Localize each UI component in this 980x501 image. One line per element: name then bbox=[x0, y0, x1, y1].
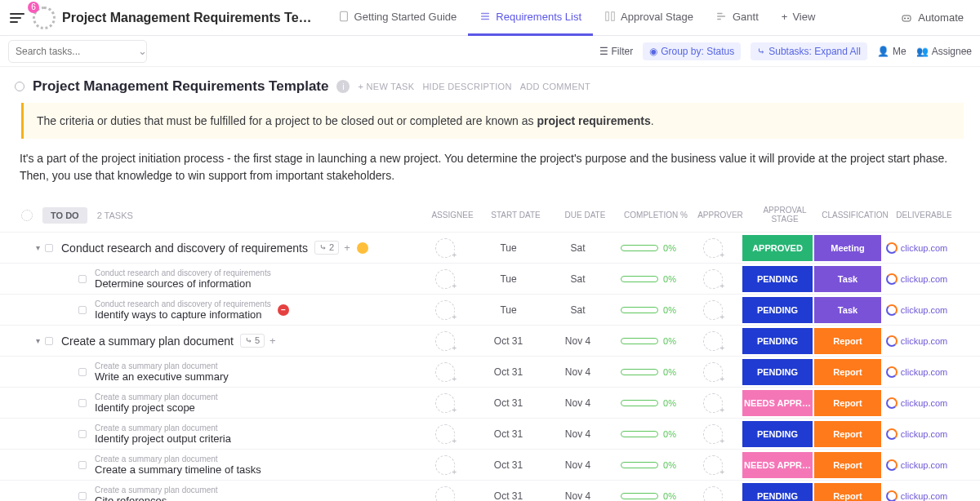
classification-badge[interactable]: Task bbox=[814, 266, 881, 292]
task-row[interactable]: Create a summary plan documentIdentify p… bbox=[0, 387, 980, 418]
start-date[interactable]: Oct 31 bbox=[474, 397, 543, 409]
start-date[interactable]: Oct 31 bbox=[474, 366, 543, 378]
classification-badge[interactable]: Report bbox=[814, 452, 881, 478]
task-row[interactable]: ▾Create a summary plan document⤷ 5+Oct 3… bbox=[0, 325, 980, 356]
approval-stage-badge[interactable]: PENDING bbox=[742, 328, 813, 354]
assignee-placeholder[interactable] bbox=[435, 424, 455, 444]
start-date[interactable]: Tue bbox=[474, 242, 543, 254]
collapse-icon[interactable] bbox=[15, 82, 24, 91]
assignee-button[interactable]: 👥Assignee bbox=[916, 46, 972, 57]
deliverable-link[interactable]: clickup.com bbox=[882, 428, 951, 440]
automate-button[interactable]: Automate bbox=[900, 11, 964, 24]
start-date[interactable]: Oct 31 bbox=[474, 428, 543, 440]
deliverable-link[interactable]: clickup.com bbox=[882, 273, 951, 285]
hide-description-button[interactable]: HIDE DESCRIPTION bbox=[422, 82, 511, 91]
approver-placeholder[interactable] bbox=[703, 393, 723, 413]
status-checkbox[interactable] bbox=[78, 275, 87, 283]
menu-icon[interactable] bbox=[10, 11, 24, 25]
progress-cell[interactable]: 0% bbox=[612, 336, 684, 346]
status-checkbox[interactable] bbox=[45, 337, 53, 345]
assignee-placeholder[interactable] bbox=[435, 393, 455, 413]
deliverable-link[interactable]: clickup.com bbox=[882, 366, 951, 378]
classification-badge[interactable]: Report bbox=[814, 421, 881, 447]
approval-stage-badge[interactable]: PENDING bbox=[742, 421, 813, 447]
status-checkbox[interactable] bbox=[78, 399, 87, 407]
task-name-cell[interactable]: Create a summary plan documentCite refer… bbox=[0, 485, 416, 502]
assignee-placeholder[interactable] bbox=[435, 331, 455, 351]
due-date[interactable]: Sat bbox=[543, 273, 612, 285]
filter-button[interactable]: ☰Filter bbox=[599, 46, 634, 57]
approver-placeholder[interactable] bbox=[703, 300, 723, 320]
task-name-cell[interactable]: Create a summary plan documentIdentify p… bbox=[0, 423, 416, 445]
task-name-cell[interactable]: Create a summary plan documentWrite an e… bbox=[0, 361, 416, 383]
approval-stage-badge[interactable]: APPROVED bbox=[742, 235, 813, 261]
deliverable-link[interactable]: clickup.com bbox=[882, 242, 951, 254]
tab-add-view[interactable]: + View bbox=[770, 0, 827, 36]
classification-badge[interactable]: Report bbox=[814, 483, 881, 502]
classification-badge[interactable]: Task bbox=[814, 297, 881, 323]
approval-stage-badge[interactable]: NEEDS APPR… bbox=[742, 390, 813, 416]
group-by-button[interactable]: ◉Group by: Status bbox=[643, 42, 741, 60]
task-row[interactable]: Create a summary plan documentIdentify p… bbox=[0, 418, 980, 449]
due-date[interactable]: Nov 4 bbox=[543, 490, 612, 502]
approver-placeholder[interactable] bbox=[703, 362, 723, 382]
deliverable-link[interactable]: clickup.com bbox=[882, 459, 951, 471]
approval-stage-badge[interactable]: PENDING bbox=[742, 266, 813, 292]
due-date[interactable]: Sat bbox=[543, 242, 612, 254]
deliverable-link[interactable]: clickup.com bbox=[882, 490, 951, 502]
add-subtask-icon[interactable]: + bbox=[270, 335, 276, 347]
classification-badge[interactable]: Report bbox=[814, 359, 881, 385]
me-button[interactable]: 👤Me bbox=[877, 46, 906, 57]
search-box[interactable]: ⌄ bbox=[8, 40, 147, 63]
start-date[interactable]: Tue bbox=[474, 304, 543, 316]
status-checkbox[interactable] bbox=[78, 430, 87, 438]
deliverable-link[interactable]: clickup.com bbox=[882, 397, 951, 409]
progress-cell[interactable]: 0% bbox=[612, 460, 684, 470]
new-task-button[interactable]: + NEW TASK bbox=[358, 82, 414, 91]
progress-cell[interactable]: 0% bbox=[612, 274, 684, 284]
task-row[interactable]: Create a summary plan documentCite refer… bbox=[0, 480, 980, 501]
status-checkbox[interactable] bbox=[78, 492, 87, 500]
task-name-cell[interactable]: Conduct research and discovery of requir… bbox=[0, 299, 416, 321]
task-row[interactable]: Conduct research and discovery of requir… bbox=[0, 294, 980, 325]
group-collapse-icon[interactable] bbox=[21, 210, 33, 221]
due-date[interactable]: Nov 4 bbox=[543, 428, 612, 440]
approver-placeholder[interactable] bbox=[703, 331, 723, 351]
status-tag[interactable]: TO DO bbox=[42, 207, 87, 224]
classification-badge[interactable]: Report bbox=[814, 328, 881, 354]
progress-cell[interactable]: 0% bbox=[612, 305, 684, 315]
due-date[interactable]: Nov 4 bbox=[543, 366, 612, 378]
approver-placeholder[interactable] bbox=[703, 238, 723, 258]
assignee-placeholder[interactable] bbox=[435, 300, 455, 320]
status-checkbox[interactable] bbox=[78, 368, 87, 376]
task-name-cell[interactable]: Create a summary plan documentCreate a s… bbox=[0, 454, 416, 476]
due-date[interactable]: Sat bbox=[543, 304, 612, 316]
task-row[interactable]: Create a summary plan documentWrite an e… bbox=[0, 356, 980, 387]
start-date[interactable]: Tue bbox=[474, 273, 543, 285]
progress-cell[interactable]: 0% bbox=[612, 429, 684, 439]
tab-getting-started[interactable]: Getting Started Guide bbox=[327, 0, 469, 36]
approval-stage-badge[interactable]: NEEDS APPR… bbox=[742, 452, 813, 478]
task-name-cell[interactable]: Create a summary plan documentIdentify p… bbox=[0, 392, 416, 414]
progress-cell[interactable]: 0% bbox=[612, 243, 684, 253]
subtask-count-chip[interactable]: ⤷ 2 bbox=[314, 241, 339, 255]
search-input[interactable] bbox=[16, 46, 138, 57]
approver-placeholder[interactable] bbox=[703, 269, 723, 289]
start-date[interactable]: Oct 31 bbox=[474, 490, 543, 502]
approver-placeholder[interactable] bbox=[703, 455, 723, 475]
due-date[interactable]: Nov 4 bbox=[543, 397, 612, 409]
start-date[interactable]: Oct 31 bbox=[474, 459, 543, 471]
subtasks-button[interactable]: ⤷Subtasks: Expand All bbox=[751, 42, 867, 60]
task-row[interactable]: ▾Conduct research and discovery of requi… bbox=[0, 232, 980, 263]
assignee-placeholder[interactable] bbox=[435, 486, 455, 502]
deliverable-link[interactable]: clickup.com bbox=[882, 335, 951, 347]
task-name-cell[interactable]: ▾Create a summary plan document⤷ 5+ bbox=[0, 334, 416, 348]
assignee-placeholder[interactable] bbox=[435, 455, 455, 475]
add-comment-button[interactable]: ADD COMMENT bbox=[520, 82, 590, 91]
classification-badge[interactable]: Report bbox=[814, 390, 881, 416]
progress-cell[interactable]: 0% bbox=[612, 367, 684, 377]
status-checkbox[interactable] bbox=[78, 306, 87, 314]
subtask-count-chip[interactable]: ⤷ 5 bbox=[240, 334, 265, 348]
approval-stage-badge[interactable]: PENDING bbox=[742, 483, 813, 502]
task-row[interactable]: Create a summary plan documentCreate a s… bbox=[0, 449, 980, 480]
